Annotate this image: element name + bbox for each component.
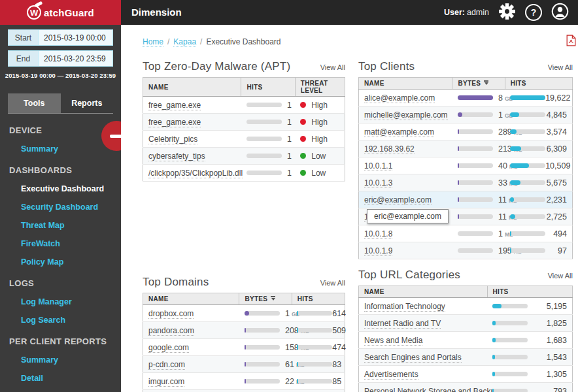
row-link[interactable]: Advertisements [364,370,418,380]
hits-value: 85 [332,377,341,386]
bytes-bar [458,163,493,168]
threat-label: Low [311,169,326,178]
threat-dot-icon [300,136,306,142]
end-date-value[interactable]: 2015-03-20 23:59 [39,51,112,66]
name-cell: cybersafety_tips [143,148,241,165]
row-link[interactable]: matt@example.com [364,127,434,137]
sidebar-item-policy-map[interactable]: Policy Map [21,257,121,267]
column-header-hits: HITS [292,293,345,305]
sidebar-section-logs: LOGS [9,278,121,288]
name-cell: 10.0.1.3 [359,174,452,191]
row-link[interactable]: Personal Network Storage and Backup [364,387,500,392]
hits-cell: 1 [241,165,295,182]
sidebar-item-security-dashboard[interactable]: Security Dashboard [21,203,121,212]
row-link[interactable]: michelle@example.com [364,110,448,120]
hits-cell: 1,683 [487,332,572,349]
sidebar-nav: DEVICESummaryDASHBOARDSExecutive Dashboa… [0,125,121,383]
breadcrumb-home[interactable]: Home [143,37,163,47]
row-link[interactable]: 10.0.1.1 [364,161,392,171]
sidebar-item-summary[interactable]: Summary [21,355,121,365]
row-link[interactable]: p-cdn.com [148,360,185,370]
row-link[interactable]: 192.168.39.62 [364,144,415,154]
bytes-cell: 195KB [452,242,505,259]
export-pdf-button[interactable] [566,35,576,49]
sidebar-section-per-client-reports: PER CLIENT REPORTS [9,336,121,346]
hits-value: 1,825 [547,319,567,328]
table-row: News and Media1,683 [359,332,573,349]
table-row: Advertisements1,305 [359,366,573,383]
row-link[interactable]: /clickpop/35/ClickpopLib.dll [148,169,243,178]
threat-label: High [311,101,328,110]
hits-cell: 1,305 [487,366,572,383]
row-link[interactable]: Search Engines and Portals [364,353,462,363]
bytes-bar [458,129,493,134]
tab-reports[interactable]: Reports [61,93,114,113]
hits-bar-wrap: 1,305 [492,370,567,379]
top-clients-table: NAMEBYTESHITSalice@example.com8GB19,622m… [358,77,573,259]
hits-value: 10,509 [545,161,570,171]
start-date-value[interactable]: 2015-03-19 00:00 [39,30,112,45]
panel-title: Top Domains [143,276,209,289]
panel-top-domains: Top Domains View All NAMEBYTESHITSdropbo… [143,276,345,392]
hits-bar [246,171,282,175]
bytes-bar [245,328,280,333]
row-link[interactable]: Celebrity_pics [148,135,197,144]
settings-button[interactable] [498,3,516,23]
breadcrumb-kapaa[interactable]: Kapaa [173,37,196,47]
user-name: admin [467,8,489,17]
threat-level-cell: Low [295,148,345,165]
row-link[interactable]: google.com [148,343,189,353]
table-row: matt@example.com289MB3,574 [359,123,573,140]
start-date-label: Start [8,30,39,45]
row-link[interactable]: 10.0.1.8 [364,229,392,239]
watchguard-logo-ring: W [27,5,41,20]
row-link[interactable]: News and Media [364,336,422,346]
sidebar-item-log-manager[interactable]: Log Manager [21,297,121,306]
row-link[interactable]: 10.0.1.9 [364,246,392,256]
start-date-field[interactable]: Start 2015-03-19 00:00 [8,29,113,46]
row-link[interactable]: free_game.exe [148,101,201,110]
table-row: michelle@example.com1GB4,845 [359,106,573,123]
sidebar-item-log-search[interactable]: Log Search [21,316,121,325]
view-all-link[interactable]: View All [320,279,345,287]
account-button[interactable] [551,3,569,23]
row-link[interactable]: free_game.exe [148,118,201,127]
help-button[interactable]: ? [525,4,542,21]
sidebar-item-threat-map[interactable]: Threat Map [21,221,121,230]
hits-cell: 83 [292,356,345,373]
row-link[interactable]: cybersafety_tips [148,152,205,161]
view-all-link[interactable]: View All [548,63,573,71]
sidebar-item-detail[interactable]: Detail [21,374,121,383]
tab-tools[interactable]: Tools [8,93,61,113]
table-row: Information Technology5,195 [359,298,573,315]
pdf-icon [566,35,576,49]
threat-label: High [311,135,328,144]
zero-day-malware-table: NAMEHITSTHREAT LEVELfree_game.exe1Highfr… [143,77,345,182]
row-link[interactable]: Information Technology [364,302,445,312]
hits-bar-wrap: 2,725 [510,212,567,221]
table-row: Personal Network Storage and Backup793 [359,383,573,392]
column-header-bytes[interactable]: BYTES [239,293,292,305]
view-all-link[interactable]: View All [320,63,345,71]
hits-value: 1,305 [547,370,567,379]
row-link[interactable]: imgur.com [148,377,184,387]
name-cell: free_game.exe [143,97,241,114]
row-link[interactable]: Internet Radio and TV [364,319,441,329]
hits-cell: 10,509 [505,157,572,174]
row-link[interactable]: dropbox.com [148,309,194,319]
sidebar-item-executive-dashboard[interactable]: Executive Dashboard [21,184,121,193]
row-link[interactable]: alice@example.com [364,93,435,103]
name-cell: /clickpop/35/ClickpopLib.dll [143,165,241,182]
name-cell: alice@example.com [359,90,452,106]
row-link[interactable]: 10.0.1.3 [364,178,392,188]
hits-value: 5,675 [547,178,567,188]
sidebar-item-firewatch[interactable]: FireWatch [21,239,121,248]
hits-bar-wrap: 4,845 [510,110,567,120]
view-all-link[interactable]: View All [548,272,573,280]
bytes-bar [458,146,493,151]
row-link[interactable]: eric@example.com [364,195,432,205]
column-header-bytes[interactable]: BYTES [452,78,505,90]
end-date-field[interactable]: End 2015-03-20 23:59 [8,50,113,67]
row-link[interactable]: pandora.com [148,326,194,336]
column-header-hits: HITS [505,78,572,90]
